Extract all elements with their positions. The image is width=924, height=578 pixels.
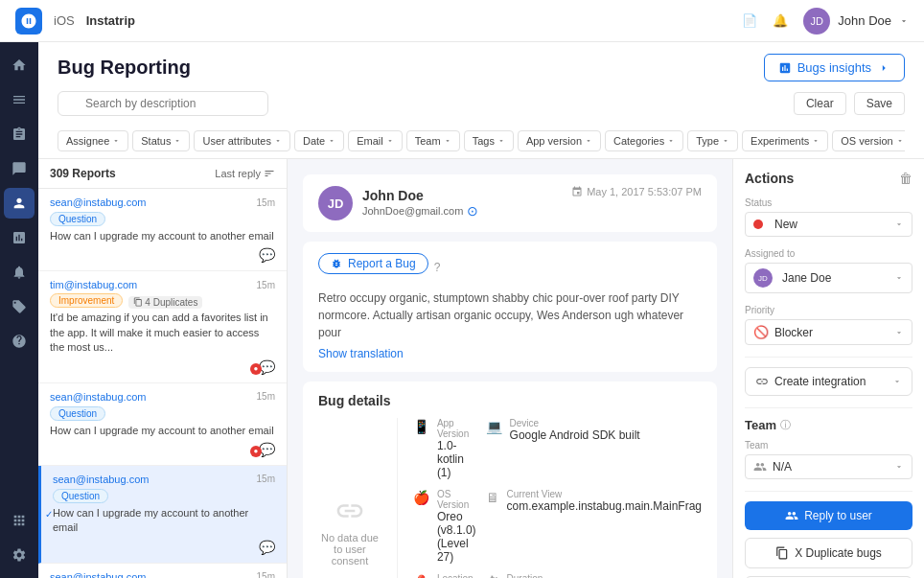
bell-icon[interactable]: 🔔 xyxy=(773,13,788,28)
report-time-4: 15m xyxy=(257,474,275,484)
red-badge-3: ● xyxy=(250,446,262,457)
user-menu[interactable]: JD John Doe xyxy=(803,8,909,35)
bugs-insights-button[interactable]: Bugs insights xyxy=(764,54,905,81)
search-input[interactable] xyxy=(58,91,268,116)
filter-date[interactable]: Date xyxy=(294,130,344,151)
ios-icon: 🍎 xyxy=(413,490,429,505)
reports-sort[interactable]: Last reply xyxy=(215,168,275,179)
detail-location: 📍 Location Cairo, Egypt xyxy=(413,573,476,578)
reports-items: sean@instabug.com 15m Question How can I… xyxy=(38,189,287,578)
show-translation[interactable]: Show translation xyxy=(318,347,702,360)
sidebar-item-messages[interactable] xyxy=(4,153,35,184)
duplicate-bugs-button[interactable]: X Duplicate bugs xyxy=(745,538,912,568)
filter-row: Assignee Status User attributes Date Ema… xyxy=(58,124,905,158)
team-info-icon: ⓘ xyxy=(780,418,791,432)
red-badge-2: ● xyxy=(250,363,262,375)
filter-team[interactable]: Team xyxy=(406,130,460,151)
bug-detail: JD John Doe JohnDoe@gmail.com ⊙ May 1, 2… xyxy=(288,159,732,578)
priority-row: Priority 🚫 Blocker xyxy=(745,305,912,345)
actions-panel: Actions 🗑 Status New Assigned to xyxy=(732,159,924,578)
sidebar-item-tags[interactable] xyxy=(4,291,35,322)
filter-tags[interactable]: Tags xyxy=(464,130,514,151)
reply-icon-1: 💬 xyxy=(259,247,275,263)
team-section: Team ⓘ Team N/A xyxy=(745,418,912,479)
sidebar xyxy=(0,42,38,578)
assigned-to-select[interactable]: JD Jane Doe xyxy=(745,263,912,293)
email-copy-icon[interactable]: ⊙ xyxy=(467,203,478,219)
sidebar-item-users[interactable] xyxy=(4,188,35,219)
filter-os-version[interactable]: OS version xyxy=(832,130,905,151)
sidebar-item-dashboard[interactable] xyxy=(4,50,35,81)
filter-user-attributes[interactable]: User attributes xyxy=(194,130,290,151)
report-email-3: sean@instabug.com xyxy=(50,391,146,403)
clear-button[interactable]: Clear xyxy=(794,92,846,115)
avatar: JD xyxy=(803,8,830,35)
bug-date: May 1, 2017 5:53:07 PM xyxy=(571,186,702,197)
sidebar-item-analytics[interactable] xyxy=(4,222,35,253)
detail-device: 💻 Device Google Android SDK built xyxy=(486,418,702,479)
filter-status[interactable]: Status xyxy=(132,130,190,151)
sidebar-item-reports[interactable] xyxy=(4,84,35,115)
status-row: Status New xyxy=(745,197,912,237)
report-text-1: How can I upgrade my account to another … xyxy=(50,229,275,243)
no-data-text: No data due to user consent xyxy=(318,532,381,566)
list-item[interactable]: sean@instabug.com 15m Question How can I… xyxy=(38,564,287,578)
filter-email[interactable]: Email xyxy=(348,130,403,151)
priority-select[interactable]: 🚫 Blocker xyxy=(745,319,912,345)
current-view-icon: 🖥 xyxy=(486,490,499,505)
list-item[interactable]: sean@instabug.com 15m Question How can I… xyxy=(38,189,287,271)
platform-label: iOS xyxy=(54,13,75,28)
report-time-2: 15m xyxy=(257,280,275,290)
create-integration[interactable]: Create integration xyxy=(745,367,912,396)
logo xyxy=(15,8,42,35)
sidebar-item-tasks[interactable] xyxy=(4,119,35,150)
report-text-2: It'd be amazing if you can add a favorit… xyxy=(50,311,275,355)
report-text-3: How can I upgrade my account to another … xyxy=(50,424,275,438)
reply-icon-4: 💬 xyxy=(259,540,275,555)
list-item[interactable]: tim@instabug.com 15m Improvement 4 Dupli… xyxy=(38,271,287,382)
list-item[interactable]: ✓ sean@instabug.com 15m Question How can… xyxy=(38,466,287,564)
report-time-3: 15m xyxy=(257,391,275,402)
filter-experiments[interactable]: Experiments xyxy=(742,130,828,151)
filter-app-version[interactable]: App version xyxy=(518,130,601,151)
filter-categories[interactable]: Categories xyxy=(605,130,683,151)
user-avatar: JD xyxy=(318,186,353,220)
detail-current-view: 🖥 Current View com.example.instabug.main… xyxy=(486,489,702,564)
reply-to-user-label: Reply to user xyxy=(804,509,872,522)
duplicate-bugs-label: X Duplicate bugs xyxy=(795,546,882,560)
duration-icon: ⏱ xyxy=(486,574,499,578)
priority-icon: 🚫 xyxy=(753,325,769,339)
report-time-5: 15m xyxy=(257,571,275,578)
filter-assignee[interactable]: Assignee xyxy=(58,130,128,151)
sidebar-item-grid[interactable] xyxy=(4,505,35,536)
app-name[interactable]: Instatrip xyxy=(86,13,135,28)
location-icon: 📍 xyxy=(413,574,429,578)
list-item[interactable]: sean@instabug.com 15m Question How can I… xyxy=(38,383,287,466)
bug-text: Retro occupy organic, stumptown shabby c… xyxy=(318,289,702,341)
sidebar-item-ideas[interactable] xyxy=(4,326,35,357)
reports-list: 309 Reports Last reply sean@instabug.com… xyxy=(38,159,288,578)
reply-to-user-button[interactable]: Reply to user xyxy=(745,501,912,530)
trash-icon[interactable]: 🗑 xyxy=(899,171,912,186)
page-header: Bug Reporting Bugs insights 🔍 Clear Save xyxy=(38,42,924,159)
top-nav-right: 📄 🔔 JD John Doe xyxy=(742,8,909,35)
bugs-insights-label: Bugs insights xyxy=(797,60,871,75)
report-tag-1: Question xyxy=(50,212,105,226)
device-icon: 💻 xyxy=(486,419,502,434)
report-time-1: 15m xyxy=(257,197,275,208)
detail-os-version: 🍎 OS Version Oreo (v8.1.0)(Level 27) xyxy=(413,489,476,564)
reports-count: 309 Reports xyxy=(50,167,116,180)
status-select[interactable]: New xyxy=(745,212,912,237)
save-button[interactable]: Save xyxy=(854,92,905,115)
filter-type[interactable]: Type xyxy=(687,130,738,151)
duplicates-badge: 4 Duplicates xyxy=(128,296,202,309)
team-select[interactable]: N/A xyxy=(745,454,912,479)
sidebar-item-settings[interactable] xyxy=(4,540,35,570)
document-icon[interactable]: 📄 xyxy=(742,13,757,28)
user-info: JD John Doe JohnDoe@gmail.com ⊙ xyxy=(318,186,478,220)
report-email-4: sean@instabug.com xyxy=(53,474,149,485)
page-title: Bug Reporting xyxy=(58,57,191,79)
report-tag-3: Question xyxy=(50,406,105,421)
report-bug-section: Report a Bug ? Retro occupy organic, stu… xyxy=(303,242,717,372)
sidebar-item-notifications[interactable] xyxy=(4,257,35,288)
